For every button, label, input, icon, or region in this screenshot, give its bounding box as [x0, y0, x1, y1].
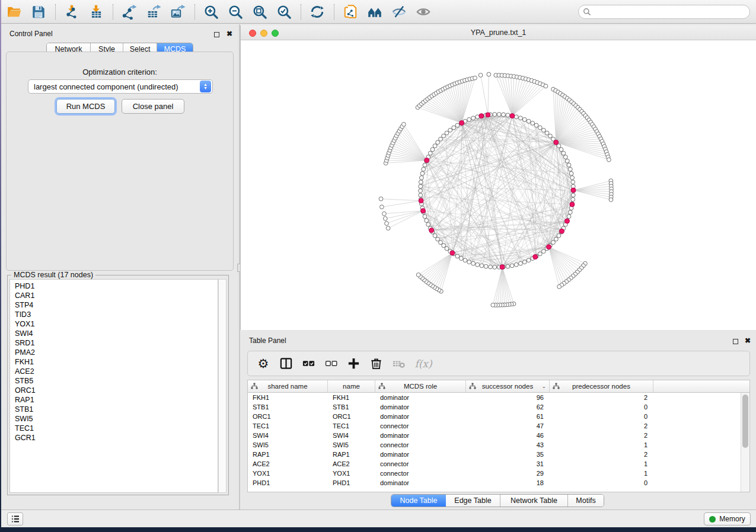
cell-predecessor-nodes: 0 — [550, 413, 653, 420]
tab-edge-table[interactable]: Edge Table — [446, 495, 500, 507]
table-row[interactable]: SWI4SWI4dominator462 — [248, 431, 741, 440]
table-panel-float-button[interactable] — [731, 337, 739, 345]
mcds-result-item[interactable]: STB5 — [15, 376, 218, 386]
cell-MCDS-role: dominator — [375, 479, 466, 486]
mcds-result-item[interactable]: SRD1 — [15, 338, 218, 348]
add-column-button[interactable] — [345, 355, 362, 372]
search-input[interactable] — [594, 7, 749, 17]
deselect-all-button[interactable] — [323, 355, 339, 372]
tab-node-table[interactable]: Node Table — [391, 495, 446, 507]
show-details-button[interactable] — [414, 2, 433, 21]
tab-motifs[interactable]: Motifs — [568, 495, 604, 507]
table-row[interactable]: FKH1FKH1dominator962 — [248, 393, 741, 402]
mcds-result-item[interactable]: RAP1 — [15, 395, 218, 405]
mcds-result-item[interactable]: TEC1 — [15, 424, 218, 433]
export-table-button[interactable] — [144, 2, 163, 21]
mcds-result-scrollbar[interactable] — [218, 279, 227, 493]
run-mcds-button[interactable]: Run MCDS — [56, 99, 115, 114]
status-bar: Memory — [1, 509, 756, 527]
close-panel-button[interactable]: Close panel — [122, 99, 184, 114]
zoom-selected-button[interactable] — [275, 2, 294, 21]
column-header-successor-nodes[interactable]: successor nodes⌄ — [466, 380, 550, 392]
mcds-result-item[interactable]: CAR1 — [15, 291, 218, 300]
import-table-button[interactable] — [87, 2, 106, 21]
mcds-result-item[interactable]: SWI4 — [15, 329, 218, 338]
select-all-button[interactable] — [300, 355, 317, 372]
cell-successor-nodes: 62 — [466, 403, 550, 411]
mcds-result-item[interactable]: YOX1 — [15, 319, 218, 329]
open-button[interactable] — [5, 2, 24, 21]
export-image-button[interactable] — [168, 2, 187, 21]
table-row[interactable]: PHD1PHD1dominator180 — [248, 478, 741, 488]
node-table-body: FKH1FKH1dominator962STB1STB1dominator620… — [248, 393, 741, 492]
table-toolbar: ⚙f(x) — [247, 351, 750, 376]
first-neighbors-button[interactable] — [365, 2, 384, 21]
refresh-button[interactable] — [308, 2, 327, 21]
control-panel-float-button[interactable] — [212, 30, 221, 39]
table-row[interactable]: STB1STB1dominator620 — [248, 402, 741, 412]
cell-MCDS-role: dominator — [375, 413, 466, 420]
mcds-result-item[interactable]: GCR1 — [15, 433, 218, 443]
table-row[interactable]: ACE2ACE2connector311 — [248, 459, 741, 469]
task-history-button[interactable] — [7, 512, 23, 525]
mcds-result-item[interactable]: ORC1 — [15, 386, 218, 395]
network-canvas[interactable] — [241, 40, 756, 330]
mcds-result-groupbox: MCDS result (17 nodes) PHD1CAR1STP4TID3Y… — [7, 275, 229, 495]
save-button[interactable] — [29, 2, 48, 21]
hide-details-icon — [391, 4, 407, 20]
cell-shared-name: ACE2 — [248, 460, 328, 467]
mcds-tab-pane: Optimization criterion: largest connecte… — [6, 52, 234, 271]
toolbar-separator — [334, 4, 334, 20]
export-network-button[interactable] — [120, 2, 139, 21]
mcds-result-item[interactable]: FKH1 — [15, 357, 218, 367]
mcds-result-item[interactable]: PHD1 — [15, 281, 218, 291]
add-column-icon — [347, 357, 361, 370]
column-header-MCDS-role[interactable]: MCDS role — [375, 380, 466, 392]
table-scrollbar-thumb[interactable] — [742, 395, 748, 448]
column-header-name[interactable]: name — [328, 380, 375, 392]
table-scrollbar[interactable] — [741, 393, 749, 492]
tab-network-table[interactable]: Network Table — [500, 495, 568, 507]
network-graph-svg[interactable] — [241, 40, 756, 330]
table-panel-title: Table Panel — [249, 336, 286, 345]
cell-shared-name: YOX1 — [248, 470, 328, 477]
import-network-button[interactable] — [62, 2, 81, 21]
zoom-fit-button[interactable] — [250, 2, 269, 21]
zoom-out-button[interactable] — [226, 2, 245, 21]
mcds-result-item[interactable]: STP4 — [15, 300, 218, 310]
table-row[interactable]: YOX1YOX1connector291 — [248, 469, 741, 478]
column-header-shared-name[interactable]: shared name — [248, 380, 328, 392]
function-builder-button: f(x) — [413, 355, 434, 372]
zoom-fit-icon — [252, 4, 267, 20]
column-type-icon — [553, 383, 560, 390]
gear-button[interactable]: ⚙ — [255, 355, 272, 372]
table-row[interactable]: RAP1RAP1dominator352 — [248, 450, 741, 459]
cell-name: PHD1 — [328, 479, 375, 486]
table-panel-close-button[interactable]: ✖ — [744, 336, 752, 345]
optimization-select[interactable]: largest connected component (undirected)… — [28, 79, 213, 94]
close-icon: ✖ — [745, 336, 751, 345]
mcds-result-list[interactable]: PHD1CAR1STP4TID3YOX1SWI4SRD1PMA2FKH1ACE2… — [9, 279, 218, 493]
mcds-result-item[interactable]: TID3 — [15, 310, 218, 319]
hide-details-button[interactable] — [390, 2, 409, 21]
network-from-selection-button[interactable] — [341, 2, 360, 21]
memory-button[interactable]: Memory — [704, 512, 751, 525]
mcds-result-item[interactable]: STB1 — [15, 405, 218, 414]
cell-name: FKH1 — [328, 394, 375, 401]
delete-column-button[interactable] — [368, 355, 384, 372]
mcds-result-item[interactable]: ACE2 — [15, 367, 218, 376]
list-icon — [10, 514, 21, 524]
table-row[interactable]: SWI5SWI5connector431 — [248, 440, 741, 450]
columns-button[interactable] — [277, 355, 294, 372]
table-row[interactable]: ORC1ORC1dominator610 — [248, 412, 741, 421]
table-row[interactable]: TEC1TEC1connector472 — [248, 421, 741, 431]
mcds-result-item[interactable]: PMA2 — [15, 348, 218, 357]
mcds-result-item[interactable]: SWI5 — [15, 414, 218, 424]
cell-predecessor-nodes: 2 — [550, 451, 653, 458]
search-box[interactable] — [578, 5, 750, 19]
function-builder-icon: f(x) — [414, 358, 432, 370]
column-header-predecessor-nodes[interactable]: predecessor nodes — [550, 380, 653, 392]
control-panel-close-button[interactable]: ✖ — [225, 30, 234, 38]
network-window-titlebar[interactable]: YPA_prune.txt_1 — [241, 25, 756, 40]
zoom-in-button[interactable] — [202, 2, 221, 21]
